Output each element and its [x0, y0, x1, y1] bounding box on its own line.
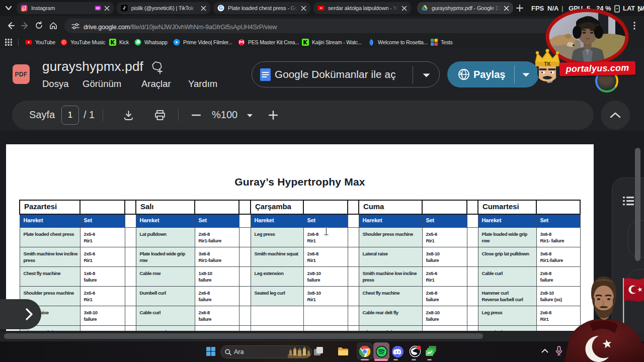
bookmark-rosetta[interactable]: Welcome to Rosetta... — [368, 38, 428, 46]
share-dropdown-icon[interactable] — [522, 72, 530, 77]
add-shortcut-icon[interactable] — [150, 61, 164, 74]
gap-cell — [239, 287, 251, 306]
bookmark-pes-master[interactable]: PES Master Kit Crea... — [238, 38, 299, 46]
outline-list-icon[interactable] — [623, 197, 634, 206]
tab-close-icon[interactable] — [104, 6, 110, 11]
bookmark-youtube-music[interactable]: YouTube Music — [60, 38, 105, 46]
exercise-cell: Hammer curl Reverse barbell curl — [478, 287, 536, 306]
gap-cell — [125, 287, 136, 306]
share-label: Paylaş — [473, 69, 505, 80]
tab-close-icon[interactable] — [201, 6, 206, 11]
menu-dosya[interactable]: Dosya — [42, 78, 68, 89]
kaijiri-icon — [302, 39, 309, 46]
bookmark-label: PES Master Kit Crea... — [248, 39, 299, 45]
print-icon[interactable] — [154, 110, 166, 121]
gap-cell — [348, 287, 359, 306]
chevron-up-icon — [610, 112, 621, 118]
gap-cell — [467, 306, 478, 326]
instagram-favicon — [21, 5, 28, 12]
bookmark-tests[interactable]: Tests — [431, 38, 453, 46]
tiktok-favicon — [121, 5, 128, 12]
home-icon[interactable] — [49, 21, 58, 30]
tab-close-icon[interactable] — [301, 6, 306, 11]
menu-araclar[interactable]: Araçlar — [141, 78, 171, 89]
tab-drive-pdf[interactable]: gurayshypmx.pdf - Google Driv — [417, 2, 513, 14]
windows-logo-icon — [206, 347, 215, 356]
apps-grid-icon[interactable] — [5, 39, 12, 46]
exercise-cell: Cable curl — [136, 306, 195, 326]
svg-text:G: G — [219, 5, 223, 11]
address-bar[interactable]: drive.google.com/file/d/10jwNJWJ0vhWhNm-… — [64, 19, 625, 33]
exercise-cell: Triceps pushdown — [359, 326, 422, 331]
page-label: Sayfa — [29, 109, 55, 121]
prime-video-icon — [173, 39, 180, 46]
vertical-scrollbar[interactable] — [635, 148, 640, 261]
exercise-cell: Seated leg curl — [251, 287, 303, 306]
tab-close-icon[interactable] — [401, 6, 407, 11]
zoom-in-icon[interactable] — [269, 111, 278, 120]
reload-icon[interactable] — [35, 21, 43, 30]
taskbar-search[interactable]: Ara — [220, 345, 312, 358]
discord-button[interactable] — [389, 343, 406, 359]
tab-youtube[interactable]: serdar aktolga latpuldown - You — [313, 2, 411, 14]
zoom-dropdown-icon[interactable] — [247, 114, 253, 118]
tab-google-search[interactable]: G Plate loaded chest press - Goo — [213, 2, 310, 14]
tab-label: pislik (@yonetici6) | TikTok — [131, 5, 198, 11]
exercise-cell: Leg extension — [251, 266, 303, 286]
task-view-button[interactable] — [310, 343, 327, 359]
download-icon[interactable] — [123, 110, 134, 121]
file-explorer-button[interactable] — [335, 343, 351, 359]
hareket-header-cell: Hareket — [20, 214, 80, 227]
watermark-banner: portalyus.com — [559, 61, 636, 76]
open-with-button[interactable]: Google Dokümanlar ile aç — [252, 61, 440, 87]
tab-instagram[interactable]: Instagram — [17, 2, 114, 14]
page-nav-button[interactable] — [0, 299, 41, 329]
zoom-out-icon[interactable] — [192, 114, 201, 116]
open-with-dropdown-icon[interactable] — [422, 73, 431, 78]
set-cell: 2x6-8 failure — [422, 287, 467, 306]
tab-search-chevron-icon[interactable] — [5, 5, 12, 11]
green-app-indicator — [427, 359, 432, 360]
bookmark-kaijiri[interactable]: Kaijiri Stream - Watc... — [302, 38, 362, 46]
crown-initials: TK — [544, 61, 551, 67]
fps-label: FPS — [531, 5, 544, 12]
tray-expand-icon[interactable] — [541, 348, 548, 353]
chrome-active-indicator — [361, 359, 369, 360]
page-number-input[interactable]: 1 — [61, 106, 79, 125]
tab-media-indicator-icon[interactable] — [95, 6, 101, 11]
chrome-button[interactable] — [357, 343, 373, 359]
screen: Instagram pislik (@yonetici6) | TikTok G… — [0, 0, 644, 362]
set-cell: 3x8-10 Rir1 — [303, 287, 348, 306]
menu-yardim[interactable]: Yardım — [188, 78, 217, 89]
set-header-cell: Set — [422, 214, 467, 227]
horizontal-scrollbar[interactable] — [4, 333, 483, 339]
bookmark-kick[interactable]: Kick — [109, 38, 129, 46]
share-button[interactable]: Paylaş — [447, 61, 539, 87]
bookmark-label: Prime Video| Filmler... — [183, 39, 232, 45]
exercise-cell — [251, 306, 303, 326]
bookmark-youtube[interactable]: YouTube — [25, 38, 55, 46]
start-button[interactable] — [203, 343, 219, 359]
forward-icon[interactable] — [21, 21, 30, 30]
exercise-cell: Hammer curl — [136, 326, 195, 331]
bookmark-whatsapp[interactable]: Whatsapp — [134, 38, 168, 46]
back-icon[interactable] — [6, 21, 15, 30]
day-empty-cell — [195, 200, 239, 214]
scroll-to-top-button[interactable] — [601, 101, 630, 130]
hareket-header-cell: Hareket — [359, 214, 422, 227]
obs-button[interactable] — [407, 343, 423, 359]
green-app-button[interactable] — [423, 343, 439, 359]
bookmarks-divider — [18, 39, 19, 46]
new-tab-icon[interactable] — [516, 5, 523, 12]
page-number-value: 1 — [68, 110, 72, 120]
bookmark-prime-video[interactable]: Prime Video| Filmler... — [173, 38, 232, 46]
table-row: Plate loaded chest press2x5-6 Rir1Lat pu… — [20, 227, 580, 247]
spotify-button[interactable] — [373, 343, 389, 359]
menu-gorunum[interactable]: Görünüm — [83, 78, 121, 89]
browser-menu-icon[interactable] — [633, 21, 636, 30]
site-settings-icon[interactable] — [71, 22, 79, 30]
exercise-cell: Smith machine low incline press — [359, 266, 422, 286]
tab-close-icon[interactable] — [504, 6, 509, 11]
exercise-cell: Dumbell curl — [136, 287, 195, 306]
tab-tiktok[interactable]: pislik (@yonetici6) | TikTok — [117, 2, 210, 14]
